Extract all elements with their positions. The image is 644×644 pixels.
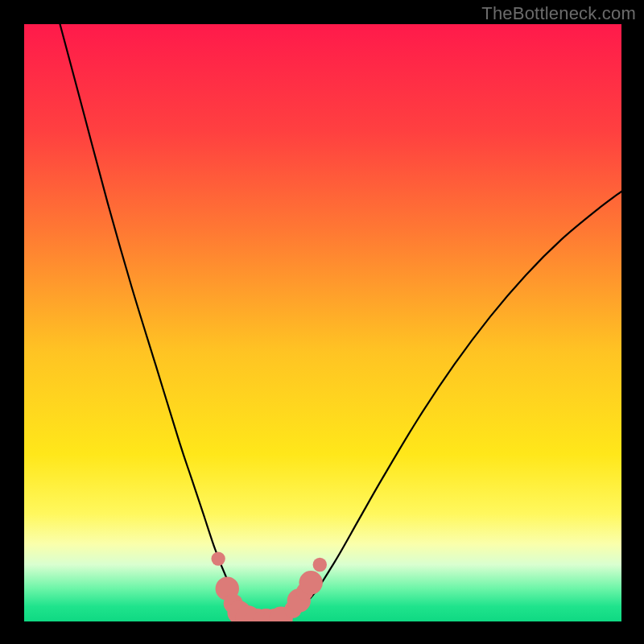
chart-container: TheBottleneck.com (0, 0, 644, 644)
highlight-dot (299, 571, 322, 594)
highlight-dot (313, 558, 327, 572)
highlight-dot (211, 551, 225, 565)
bottleneck-chart (0, 0, 644, 644)
plot-background-gradient (24, 24, 621, 621)
